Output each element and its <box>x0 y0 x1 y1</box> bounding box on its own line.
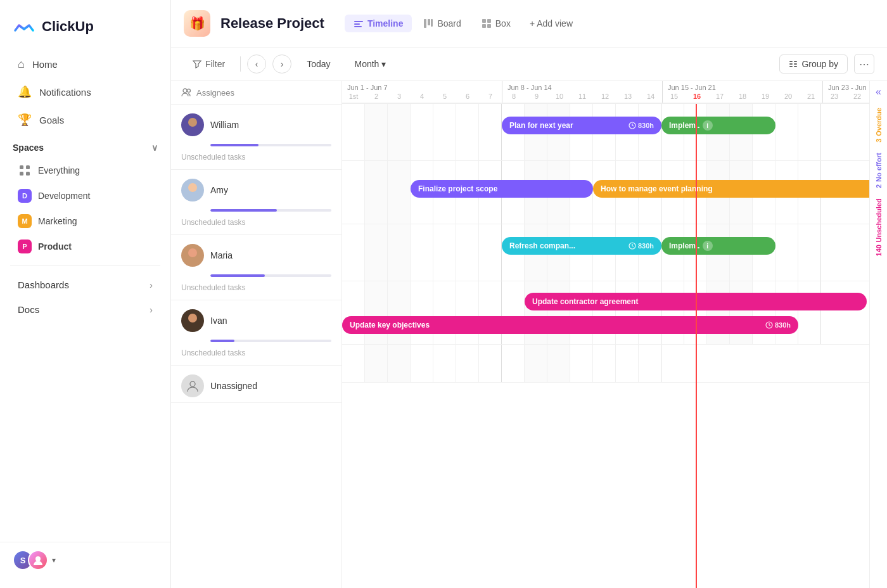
development-badge: D <box>18 189 32 203</box>
sidebar-item-product[interactable]: P Product <box>5 234 165 259</box>
grid-icon <box>18 163 32 177</box>
right-label-no-effort[interactable]: 2 No effort <box>870 148 887 193</box>
svg-rect-17 <box>789 63 793 65</box>
group-by-button[interactable]: Group by <box>779 54 848 74</box>
person-info-amy: Amy <box>171 170 341 207</box>
progress-william <box>171 141 341 150</box>
day-21: 21 <box>800 93 822 103</box>
svg-rect-2 <box>20 172 23 176</box>
right-label-overdue[interactable]: 3 Overdue <box>870 103 887 148</box>
group-by-icon <box>789 60 798 68</box>
person-row-amy: Amy Unscheduled tasks <box>171 170 341 235</box>
overdue-text: Overdue <box>875 108 883 136</box>
tab-board[interactable]: Board <box>414 15 469 32</box>
unscheduled-text: Unscheduled <box>875 198 883 242</box>
unscheduled-maria: Unscheduled tasks <box>171 281 341 300</box>
timeline-area: Assignees William Unscheduled tasks <box>171 81 887 588</box>
unscheduled-ivan: Unscheduled tasks <box>171 346 341 365</box>
person-info-william: William <box>171 105 341 141</box>
svg-point-23 <box>188 118 197 127</box>
bar-william-plan[interactable]: Plan for next year 830h <box>502 117 661 134</box>
calendar-grid-area: Jun 1 - Jun 7 1st 2 3 4 5 6 7 J <box>342 81 869 588</box>
sidebar-dashboards[interactable]: Dashboards › <box>5 273 165 297</box>
logo-text: ClickUp <box>42 18 94 35</box>
day-17: 17 <box>708 93 731 103</box>
sidebar-item-development[interactable]: D Development <box>5 184 165 208</box>
sidebar-item-goals[interactable]: 🏆 Goals <box>5 106 165 133</box>
no-effort-text: No effort <box>875 153 883 182</box>
month-selector[interactable]: Month ▾ <box>345 55 395 73</box>
sidebar-item-everything[interactable]: Everything <box>5 158 165 182</box>
svg-rect-13 <box>482 24 486 28</box>
dashboards-expand-icon: › <box>150 279 153 290</box>
bell-icon: 🔔 <box>18 85 32 99</box>
timeline-icon <box>354 18 364 29</box>
gantt-row-unassigned <box>342 345 869 383</box>
bar-william-implem[interactable]: Implem.. i <box>661 117 775 134</box>
day-24: 24 <box>869 93 869 103</box>
progress-ivan <box>171 337 341 346</box>
person-info-unassigned: Unassigned <box>171 366 341 402</box>
today-button[interactable]: Today <box>298 55 339 73</box>
more-options-button[interactable]: ⋯ <box>854 54 874 74</box>
collapse-button[interactable]: « <box>870 81 887 103</box>
sidebar-item-marketing[interactable]: M Marketing <box>5 209 165 233</box>
info-icon: i <box>703 120 713 131</box>
product-label: Product <box>38 241 72 252</box>
svg-rect-11 <box>482 19 486 23</box>
avatar-maria <box>181 244 204 267</box>
tab-box[interactable]: Box <box>473 15 520 32</box>
board-icon <box>423 18 433 29</box>
day-9: 9 <box>525 93 548 103</box>
right-label-unscheduled[interactable]: 140 Unscheduled <box>870 193 887 261</box>
day-20: 20 <box>777 93 800 103</box>
assignees-header: Assignees <box>171 81 341 105</box>
add-view-button[interactable]: + Add view <box>522 15 580 32</box>
sidebar-item-home[interactable]: ⌂ Home <box>5 51 165 77</box>
overdue-count: 3 <box>875 139 883 143</box>
bar-amy-event[interactable]: How to manage event planning <box>593 180 869 198</box>
svg-point-4 <box>35 556 41 561</box>
avatar-unassigned <box>181 374 204 397</box>
sidebar-bottom: S ▾ <box>0 542 170 578</box>
gantt-row-maria: Refresh compan... 830h Implem.. i <box>342 224 869 281</box>
prev-period-button[interactable]: ‹ <box>247 54 266 74</box>
filter-button[interactable]: Filter <box>184 55 234 73</box>
bar-ivan-objectives[interactable]: Update key objectives 830h <box>342 316 798 334</box>
day-16-today: 16 <box>686 93 708 103</box>
unscheduled-amy: Unscheduled tasks <box>171 215 341 234</box>
info-icon-2: i <box>703 241 713 251</box>
user-avatars[interactable]: S ▾ <box>13 550 56 570</box>
day-12: 12 <box>594 93 616 103</box>
svg-rect-14 <box>487 24 491 28</box>
everything-label: Everything <box>38 165 80 176</box>
person-row-ivan: Ivan Unscheduled tasks <box>171 300 341 366</box>
bar-maria-implem[interactable]: Implem.. i <box>661 237 775 255</box>
sidebar-docs[interactable]: Docs › <box>5 298 165 321</box>
svg-rect-12 <box>487 19 491 23</box>
bar-amy-finalize[interactable]: Finalize project scope <box>411 180 593 198</box>
svg-rect-6 <box>354 23 360 25</box>
day-7: 7 <box>479 93 502 103</box>
bar-maria-refresh[interactable]: Refresh compan... 830h <box>502 237 661 255</box>
left-panel: Assignees William Unscheduled tasks <box>171 81 342 588</box>
svg-point-27 <box>190 381 195 387</box>
next-period-button[interactable]: › <box>272 54 291 74</box>
day-1st: 1st <box>342 93 365 103</box>
sidebar: ClickUp ⌂ Home 🔔 Notifications 🏆 Goals S… <box>0 0 171 588</box>
home-icon: ⌂ <box>18 58 25 71</box>
svg-rect-1 <box>26 165 30 169</box>
marketing-label: Marketing <box>38 216 77 226</box>
day-11: 11 <box>571 93 594 103</box>
person-info-ivan: Ivan <box>171 300 341 337</box>
spaces-collapse-icon[interactable]: ∨ <box>151 143 158 153</box>
sidebar-item-notifications[interactable]: 🔔 Notifications <box>5 79 165 105</box>
day-8: 8 <box>502 93 525 103</box>
no-effort-count: 2 <box>875 184 883 188</box>
week-label-1: Jun 1 - Jun 7 <box>342 81 502 93</box>
person-row-william: William Unscheduled tasks <box>171 105 341 170</box>
calendar-body: Plan for next year 830h Implem.. i <box>342 104 869 588</box>
day-14: 14 <box>639 93 662 103</box>
avatar-chevron-icon[interactable]: ▾ <box>52 556 56 565</box>
tab-timeline[interactable]: Timeline <box>345 15 412 32</box>
